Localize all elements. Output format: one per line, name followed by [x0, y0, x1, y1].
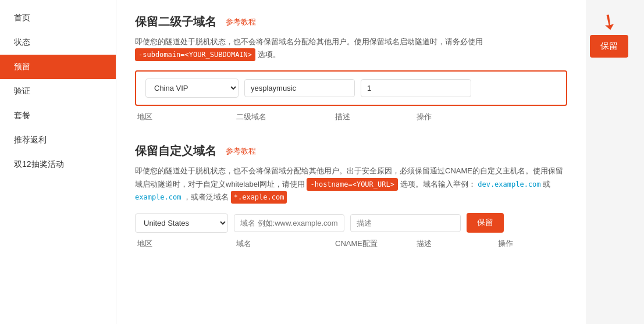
section1-save-button[interactable]: 保留: [590, 35, 628, 58]
section2-col-cname: CNAME配置: [335, 238, 411, 249]
section2-col-labels: 地区 域名 CNAME配置 描述 操作: [135, 238, 567, 249]
section1-desc-text1: 即使您的隧道处于脱机状态，也不会将保留域名分配给其他用户。使用保留域名启动隧道时…: [135, 37, 483, 46]
section1-col-labels: 地区 二级域名 描述 操作: [135, 112, 567, 122]
section2-ref-link[interactable]: 参考教程: [226, 146, 256, 156]
arrow-icon: ➘: [596, 9, 622, 36]
sidebar-item-reserve[interactable]: 预留: [0, 55, 116, 79]
section1-col-desc: 描述: [335, 112, 411, 122]
section2-desc-text4: ，或者泛域名: [183, 193, 229, 201]
section1-desc-input[interactable]: [361, 79, 471, 97]
sidebar-item-plan[interactable]: 套餐: [0, 104, 116, 128]
sidebar-item-status[interactable]: 状态: [0, 30, 116, 55]
section2-region-select[interactable]: United States: [135, 213, 228, 233]
section2-header: 保留自定义域名 参考教程: [135, 143, 567, 159]
section2-col-domain: 域名: [236, 238, 329, 249]
section2-domain-input[interactable]: [234, 214, 344, 232]
section2-code3: *.exaple.com: [231, 191, 287, 204]
section1-region-select[interactable]: China VIP: [145, 79, 239, 98]
right-panel: ➘ 保留: [586, 0, 644, 324]
section2-save-button[interactable]: 保留: [467, 213, 504, 233]
section1-ref-link[interactable]: 参考教程: [226, 17, 256, 27]
sidebar-item-referral[interactable]: 推荐返利: [0, 128, 116, 152]
section2-col-action: 操作: [498, 238, 513, 249]
section1-col-action: 操作: [417, 112, 432, 122]
sidebar-item-verify[interactable]: 验证: [0, 79, 116, 104]
section2-form-row: United States 保留: [135, 213, 567, 233]
section1-desc: 即使您的隧道处于脱机状态，也不会将保留域名分配给其他用户。使用保留域名启动隧道时…: [135, 35, 567, 61]
section1-col-region: 地区: [137, 112, 230, 122]
section1-code1: -subdomain=<YOUR_SUBDOMAIN>: [135, 48, 255, 61]
section2-desc-text2: 选项。域名输入举例：: [400, 180, 476, 188]
section2-col-desc: 描述: [417, 238, 492, 249]
section2-desc: 即使您的隧道处于脱机状态，也不会将保留域分配给其他用户。出于安全原因，必须保留通…: [135, 165, 567, 204]
section2-desc-text3: 或: [543, 180, 550, 188]
section2-col-region: 地区: [137, 238, 230, 249]
section2-code2: -hostname=<YOUR_URL>: [307, 178, 398, 191]
section2-code-blue1: dev.example.com: [478, 180, 540, 188]
section1-subdomain-input[interactable]: [244, 79, 355, 97]
section-subdomain: 保留二级子域名 参考教程 即使您的隧道处于脱机状态，也不会将保留域名分配给其他用…: [135, 14, 567, 122]
section1-col-subdomain: 二级域名: [236, 112, 329, 122]
section1-desc-text2: 选项。: [258, 50, 280, 59]
sidebar: 首页 状态 预留 验证 套餐 推荐返利 双12抽奖活动: [0, 0, 116, 324]
sidebar-item-activity[interactable]: 双12抽奖活动: [0, 152, 116, 177]
section2-code-blue2: example.com: [135, 193, 181, 201]
section2-desc-input[interactable]: [350, 214, 461, 232]
section1-title: 保留二级子域名: [135, 14, 216, 30]
section1-form-row: China VIP: [135, 70, 567, 106]
section2-title: 保留自定义域名: [135, 143, 216, 159]
main-content: 保留二级子域名 参考教程 即使您的隧道处于脱机状态，也不会将保留域名分配给其他用…: [116, 0, 586, 324]
section1-header: 保留二级子域名 参考教程: [135, 14, 567, 30]
sidebar-item-home[interactable]: 首页: [0, 6, 116, 30]
section-custom-domain: 保留自定义域名 参考教程 即使您的隧道处于脱机状态，也不会将保留域分配给其他用户…: [135, 143, 567, 249]
